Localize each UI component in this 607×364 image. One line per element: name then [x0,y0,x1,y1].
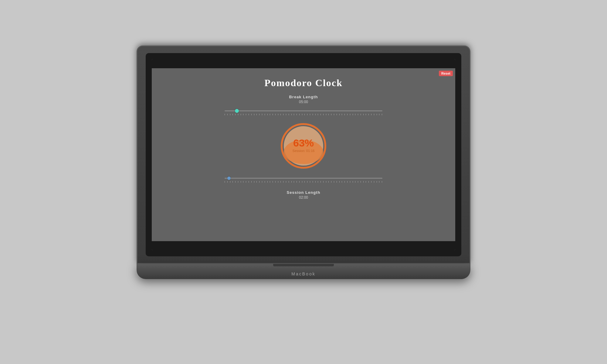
session-slider-ticks [225,181,382,183]
timer-circle-svg: 63% Session: 01:16 [279,122,328,170]
timer-circle-wrapper[interactable]: 63% Session: 01:16 [279,122,328,170]
macbook-brand-label: MacBook [291,271,315,276]
laptop-hinge [273,264,334,266]
break-length-slider[interactable] [225,110,382,111]
screen-bottombar [152,241,455,250]
app-content: Reset Pomodoro Clock Break Length 05:00 … [152,68,455,241]
timer-session-text: Session: 01:16 [293,149,315,153]
break-length-label: Break Length [289,95,318,99]
laptop-outer: Reset Pomodoro Clock Break Length 05:00 … [137,46,470,318]
timer-percent-text: 63% [293,137,314,149]
session-length-slider[interactable] [225,178,382,179]
laptop-lid: Reset Pomodoro Clock Break Length 05:00 … [137,46,470,264]
laptop-base: MacBook [137,264,470,279]
break-length-value: 05:00 [299,100,308,104]
break-slider-ticks [225,114,382,116]
page-title: Pomodoro Clock [264,77,343,89]
session-length-label: Session Length [287,190,320,195]
session-length-value: 02:00 [299,195,308,200]
screen-bezel: Reset Pomodoro Clock Break Length 05:00 … [146,53,461,256]
screen-topbar [152,59,455,68]
reset-button[interactable]: Reset [439,71,453,76]
screen: Reset Pomodoro Clock Break Length 05:00 … [152,59,455,250]
